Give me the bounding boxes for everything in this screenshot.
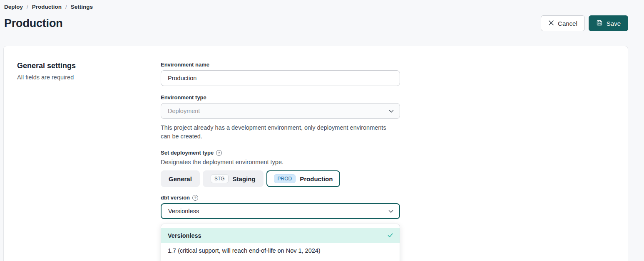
chevron-down-icon bbox=[388, 208, 393, 214]
production-badge: PROD bbox=[274, 174, 296, 183]
deployment-type-staging-button[interactable]: STG Staging bbox=[203, 170, 264, 187]
save-icon bbox=[596, 20, 603, 27]
deployment-type-general-label: General bbox=[169, 175, 192, 182]
environment-type-select[interactable]: Deployment bbox=[161, 103, 400, 119]
save-button[interactable]: Save bbox=[589, 15, 628, 31]
breadcrumb-item-production[interactable]: Production bbox=[32, 4, 62, 10]
chevron-down-icon bbox=[389, 108, 394, 114]
dbt-version-value: Versionless bbox=[168, 208, 199, 214]
environment-type-helper: This project already has a development e… bbox=[161, 123, 394, 140]
environment-name-label: Environment name bbox=[161, 62, 400, 68]
breadcrumb-separator: / bbox=[27, 4, 28, 10]
deployment-type-options: General STG Staging PROD Production bbox=[161, 170, 400, 187]
dropdown-option-label: 1.7 (critical support, will reach end-of… bbox=[168, 247, 321, 254]
staging-badge: STG bbox=[211, 174, 229, 183]
page-title: Production bbox=[4, 17, 63, 30]
dbt-version-label: dbt version bbox=[161, 195, 190, 201]
cancel-button[interactable]: Cancel bbox=[541, 15, 585, 31]
breadcrumb-separator: / bbox=[65, 4, 67, 10]
deployment-type-description: Designates the deployment environment ty… bbox=[161, 159, 400, 165]
dbt-version-dropdown-menu: Versionless 1.7 (critical support, will … bbox=[161, 224, 400, 261]
close-icon bbox=[548, 20, 554, 27]
deployment-type-production-label: Production bbox=[300, 175, 333, 182]
breadcrumb: Deploy / Production / Settings bbox=[4, 4, 628, 10]
help-icon[interactable]: ? bbox=[192, 195, 198, 201]
help-icon[interactable]: ? bbox=[216, 150, 222, 156]
check-icon bbox=[388, 232, 393, 239]
header-actions: Cancel Save bbox=[541, 15, 628, 31]
breadcrumb-item-deploy[interactable]: Deploy bbox=[4, 4, 23, 10]
dropdown-option-label: Versionless bbox=[168, 232, 201, 239]
environment-type-value: Deployment bbox=[168, 108, 200, 114]
section-subheading: All fields are required bbox=[17, 74, 161, 81]
save-button-label: Save bbox=[607, 20, 621, 27]
dbt-version-select[interactable]: Versionless bbox=[161, 203, 400, 219]
environment-name-input[interactable] bbox=[161, 70, 400, 86]
deployment-type-general-button[interactable]: General bbox=[161, 170, 200, 187]
environment-type-label: Environment type bbox=[161, 94, 400, 101]
deployment-type-production-button[interactable]: PROD Production bbox=[266, 170, 341, 187]
breadcrumb-item-settings: Settings bbox=[71, 4, 93, 10]
general-settings-card: General settings All fields are required… bbox=[3, 46, 628, 261]
dropdown-option-versionless[interactable]: Versionless bbox=[161, 228, 400, 243]
page-header: Deploy / Production / Settings Productio… bbox=[0, 0, 644, 31]
section-heading: General settings bbox=[17, 62, 161, 70]
deployment-type-staging-label: Staging bbox=[233, 175, 256, 182]
cancel-button-label: Cancel bbox=[558, 20, 577, 27]
dropdown-option-1-6[interactable]: 1.6 (critical support, will reach end-of… bbox=[161, 258, 400, 261]
dropdown-option-1-7[interactable]: 1.7 (critical support, will reach end-of… bbox=[161, 243, 400, 258]
deployment-type-label: Set deployment type bbox=[161, 150, 214, 156]
